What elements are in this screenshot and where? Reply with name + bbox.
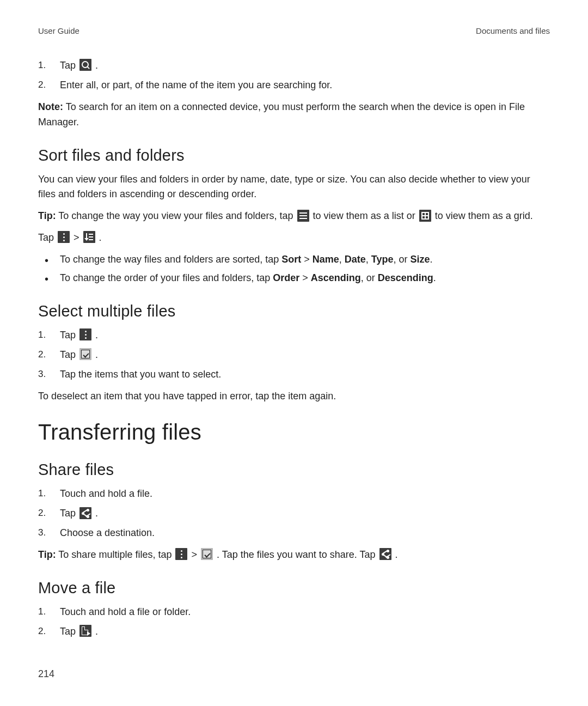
list-item: Tap . — [38, 506, 550, 521]
share-icon — [79, 507, 91, 519]
page: User Guide Documents and files Tap . Ent… — [0, 0, 588, 706]
move-steps: Touch and hold a file or folder. Tap . — [38, 605, 550, 640]
more-icon — [79, 328, 91, 340]
heading-move: Move a file — [38, 579, 550, 597]
select-check-icon — [201, 548, 213, 560]
grid-view-icon — [419, 210, 431, 222]
share-icon — [379, 548, 391, 560]
select-steps: Tap . Tap . Tap the items that you want … — [38, 328, 550, 382]
list-item: Tap . — [38, 348, 550, 363]
heading-transferring: Transferring files — [38, 420, 550, 445]
page-number: 214 — [38, 668, 54, 680]
more-icon — [58, 231, 70, 243]
more-icon — [175, 548, 187, 560]
note-paragraph: Note: To search for an item on a connect… — [38, 100, 550, 130]
list-item: Tap . — [38, 624, 550, 640]
search-steps: Tap . Enter all, or part, of the name of… — [38, 58, 550, 93]
heading-select: Select multiple files — [38, 302, 550, 320]
list-item: To change the way files and folders are … — [38, 252, 550, 267]
share-steps: Touch and hold a file. Tap . Choose a de… — [38, 486, 550, 541]
share-tip: Tip: To share multiple files, tap > . Ta… — [38, 547, 550, 563]
select-after: To deselect an item that you have tapped… — [38, 389, 550, 404]
list-item: Enter all, or part, of the name of the i… — [38, 78, 550, 93]
sort-tap-line: Tap > . — [38, 230, 550, 246]
list-item: Choose a destination. — [38, 526, 550, 541]
header-left: User Guide — [38, 26, 79, 35]
search-icon — [79, 59, 91, 71]
list-view-icon — [297, 210, 309, 222]
sort-order-icon — [83, 231, 95, 243]
heading-share: Share files — [38, 461, 550, 479]
list-item: Tap . — [38, 328, 550, 343]
move-file-icon — [79, 625, 91, 637]
list-item: Touch and hold a file. — [38, 486, 550, 502]
sort-intro: You can view your files and folders in o… — [38, 172, 550, 203]
list-item: Tap the items that you want to select. — [38, 367, 550, 382]
sort-bullets: To change the way files and folders are … — [38, 252, 550, 286]
select-check-icon — [79, 348, 91, 360]
list-item: Tap . — [38, 58, 550, 74]
header-right: Documents and files — [476, 26, 550, 35]
note-label: Note: — [38, 101, 63, 112]
list-item: To change the order of your files and fo… — [38, 271, 550, 286]
page-header: User Guide Documents and files — [38, 26, 550, 35]
heading-sort: Sort files and folders — [38, 147, 550, 165]
list-item: Touch and hold a file or folder. — [38, 605, 550, 620]
sort-tip: Tip: To change the way you view your fil… — [38, 209, 550, 224]
